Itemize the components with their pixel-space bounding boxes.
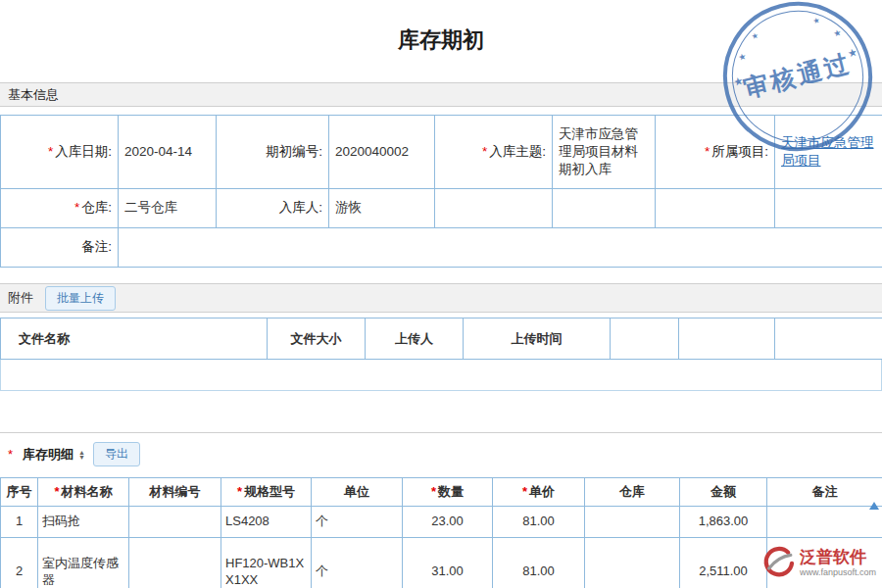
cell-material-name: 扫码抢 <box>38 507 129 538</box>
brand-name: 泛普软件 <box>800 548 876 567</box>
basic-info-title: 基本信息 <box>8 87 59 102</box>
scrollbar-up-icon[interactable] <box>869 502 879 510</box>
field-label: 入库日期: <box>55 144 112 159</box>
watermark-text: 泛普软件 www.fanpusoft.com <box>800 548 876 577</box>
in-date-value: 2020-04-14 <box>119 116 217 189</box>
col-spec-model: *规格型号 <box>221 478 312 507</box>
col-material-code: 材料编号 <box>129 478 221 507</box>
col-warehouse: 仓库 <box>585 478 680 507</box>
initial-no-label: 期初编号: <box>217 116 329 189</box>
empty-column <box>679 318 775 360</box>
empty-cell <box>775 189 882 228</box>
attachments-table: 文件名称 文件大小 上传人 上传时间 <box>0 318 882 360</box>
sort-desc-icon: ▼ <box>78 455 85 460</box>
cell-seq: 2 <box>1 538 38 588</box>
cell-unit: 个 <box>312 507 403 538</box>
remark-value <box>119 228 882 268</box>
col-unit-price: *单价 <box>493 478 585 507</box>
initial-no-value: 2020040002 <box>329 116 435 189</box>
cell-warehouse <box>585 507 680 538</box>
empty-column <box>611 318 679 360</box>
field-label: 所属项目: <box>711 144 768 159</box>
cell-warehouse <box>585 538 680 588</box>
required-marker: * <box>482 144 487 159</box>
cell-quantity: 23.00 <box>403 507 493 538</box>
page-title: 库存期初 <box>0 0 882 82</box>
column-label: 规格型号 <box>244 484 295 499</box>
project-label: *所属项目: <box>656 116 775 189</box>
field-label: 入库人: <box>279 200 322 215</box>
fanpu-watermark: 泛普软件 www.fanpusoft.com <box>761 546 876 579</box>
cell-spec-model: LS4208 <box>221 507 312 538</box>
cell-amount: 2,511.00 <box>680 538 767 588</box>
in-person-value: 游恢 <box>329 189 435 228</box>
empty-cell <box>656 189 775 228</box>
project-link[interactable]: 天津市应急管理局项目 <box>781 135 874 168</box>
brand-url: www.fanpusoft.com <box>800 567 876 577</box>
detail-section-header: * 库存明细 ▲ ▼ 导出 <box>0 433 882 475</box>
empty-cell <box>435 189 553 228</box>
column-label: 单价 <box>529 484 555 499</box>
cell-unit-price: 81.00 <box>493 538 585 588</box>
column-label: 材料名称 <box>62 484 113 499</box>
in-person-label: 入库人: <box>217 189 329 228</box>
col-upload-time: 上传时间 <box>464 318 611 360</box>
in-date-label: *入库日期: <box>1 116 119 189</box>
required-marker: * <box>522 484 527 499</box>
table-row: 2 室内温度传感器 HF120-WB1XX1XX 个 31.00 81.00 2… <box>1 538 882 588</box>
cell-seq: 1 <box>1 507 38 538</box>
cell-material-code <box>129 538 221 588</box>
col-material-name: *材料名称 <box>38 478 129 507</box>
column-label: 数量 <box>438 484 464 499</box>
col-amount: 金额 <box>680 478 767 507</box>
cell-material-name: 室内温度传感器 <box>38 538 129 588</box>
empty-cell <box>553 189 656 228</box>
cell-spec-model: HF120-WB1XX1XX <box>221 538 312 588</box>
field-label: 入库主题: <box>489 144 546 159</box>
field-label: 备注: <box>81 239 112 254</box>
attachments-empty-area <box>0 360 882 391</box>
attachments-section-header: 附件 批量上传 <box>0 283 882 313</box>
remark-label: 备注: <box>1 228 119 268</box>
col-uploader: 上传人 <box>366 318 464 360</box>
attachments-title: 附件 <box>8 289 33 307</box>
col-file-size: 文件大小 <box>268 318 366 360</box>
cell-quantity: 31.00 <box>403 538 493 588</box>
cell-remark <box>767 507 882 538</box>
required-marker: * <box>431 484 436 499</box>
col-file-name: 文件名称 <box>1 318 268 360</box>
field-label: 期初编号: <box>266 144 322 159</box>
detail-section: * 库存明细 ▲ ▼ 导出 序号 *材料名称 材料编号 *规格型号 单位 *数量… <box>0 432 882 588</box>
basic-info-section-header: 基本信息 <box>0 82 882 107</box>
col-unit: 单位 <box>312 478 403 507</box>
sort-icon[interactable]: ▲ ▼ <box>78 450 85 460</box>
col-seq: 序号 <box>1 478 38 507</box>
cell-unit-price: 81.00 <box>493 507 585 538</box>
warehouse-label: *仓库: <box>1 189 119 228</box>
detail-table: 序号 *材料名称 材料编号 *规格型号 单位 *数量 *单价 仓库 金额 备注 … <box>0 477 882 588</box>
detail-section-title: 库存明细 <box>23 446 74 464</box>
fanpu-logo <box>761 546 795 579</box>
project-value: 天津市应急管理局项目 <box>775 116 882 189</box>
col-remark: 备注 <box>767 478 882 507</box>
cell-amount: 1,863.00 <box>680 507 767 538</box>
in-subject-value: 天津市应急管理局项目材料期初入库 <box>553 116 656 189</box>
field-label: 仓库: <box>81 200 112 215</box>
warehouse-value: 二号仓库 <box>119 189 217 228</box>
attachments-header-row: 文件名称 文件大小 上传人 上传时间 <box>1 318 882 360</box>
table-row: 1 扫码抢 LS4208 个 23.00 81.00 1,863.00 <box>1 507 882 538</box>
required-marker: * <box>705 144 710 159</box>
in-subject-label: *入库主题: <box>435 116 553 189</box>
batch-upload-button[interactable]: 批量上传 <box>45 286 116 311</box>
required-marker: * <box>54 484 59 499</box>
required-marker: * <box>8 447 13 462</box>
cell-material-code <box>129 507 221 538</box>
detail-header-row: 序号 *材料名称 材料编号 *规格型号 单位 *数量 *单价 仓库 金额 备注 <box>1 478 882 507</box>
col-quantity: *数量 <box>403 478 493 507</box>
required-marker: * <box>237 484 242 499</box>
empty-column <box>775 318 882 360</box>
export-button[interactable]: 导出 <box>93 442 140 466</box>
basic-info-form: *入库日期: 2020-04-14 期初编号: 2020040002 *入库主题… <box>0 115 882 268</box>
cell-unit: 个 <box>312 538 403 588</box>
required-marker: * <box>48 144 53 159</box>
